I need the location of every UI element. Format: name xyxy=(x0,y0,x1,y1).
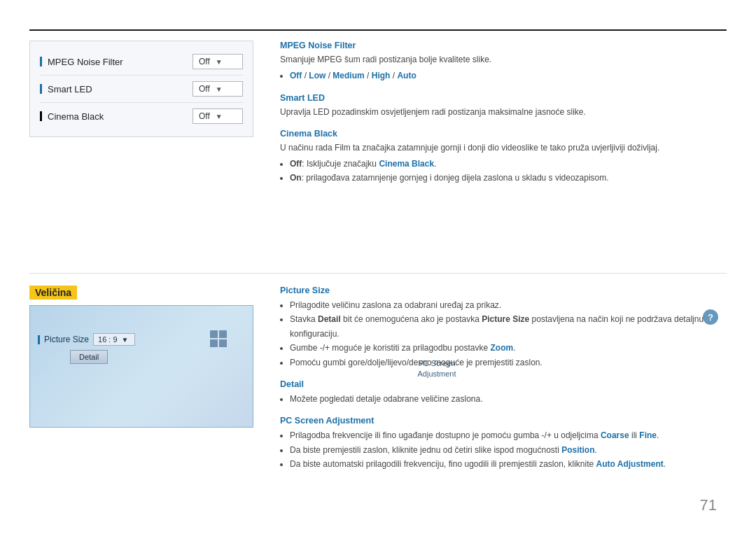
pc-screen-bullet-3: Da biste automatski prilagodili frekvenc… xyxy=(290,457,727,471)
picture-size-bold: Picture Size xyxy=(482,314,529,324)
picture-size-bullet-2: Stavka Detail bit će onemogućena ako je … xyxy=(290,312,727,341)
detail-bullets: Možete pogledati detalje odabrane veliči… xyxy=(290,392,727,406)
picture-size-bullet-3: Gumbe -/+ moguće je koristiti za prilago… xyxy=(290,341,727,355)
content-bottom-right: Picture Size Prilagodite veličinu zaslon… xyxy=(280,286,727,475)
auto-option: Auto xyxy=(397,71,416,80)
cinema-black-desc: U načinu rada Film ta značajka zatamnjuj… xyxy=(280,141,727,155)
auto-adjustment-link: Auto Adjustment xyxy=(596,459,664,469)
cinema-black-bullet-1: Off: Isključuje značajku Cinema Black. xyxy=(290,157,727,171)
mpeg-noise-filter-row: MPEG Noise Filter Off ▼ xyxy=(40,48,243,76)
mpeg-options-list: Off / Low / Medium / High / Auto xyxy=(290,69,727,83)
zoom-link: Zoom xyxy=(490,343,513,353)
pc-screen-bullet-1: Prilagodba frekvencije ili fino ugađanje… xyxy=(290,428,727,442)
content-top-right: MPEG Noise Filter Smanjuje MPEG šum radi… xyxy=(280,41,727,188)
on-label: On xyxy=(290,173,302,183)
position-link: Position xyxy=(561,445,594,455)
pc-screen-adjustment-title: PC Screen Adjustment xyxy=(280,416,727,426)
off-option: Off xyxy=(290,71,302,80)
picture-size-row: Picture Size 16 : 9 ▼ xyxy=(38,333,135,346)
picture-size-row-label: Picture Size xyxy=(38,335,89,344)
four-squares-icon xyxy=(210,330,227,347)
cinema-black-title: Cinema Black xyxy=(280,129,727,139)
dropdown-arrow-icon: ▼ xyxy=(216,58,223,66)
low-option: Low xyxy=(309,71,326,80)
top-rule-line xyxy=(29,29,727,31)
pc-screen-bullets: Prilagodba frekvencije ili fino ugađanje… xyxy=(290,428,727,471)
picture-size-bullet-1: Prilagodite veličinu zaslona za odabrani… xyxy=(290,298,727,312)
coarse-link: Coarse xyxy=(601,430,629,440)
mid-divider-line xyxy=(29,273,727,274)
sq1 xyxy=(210,330,218,338)
cinema-black-label: Cinema Black xyxy=(40,111,104,122)
cinema-black-bullet-2: On: prilagođava zatamnjenje gornjeg i do… xyxy=(290,171,727,185)
mpeg-noise-filter-desc: Smanjuje MPEG šum radi postizanja bolje … xyxy=(280,53,727,66)
smart-led-title: Smart LED xyxy=(280,93,727,103)
detail-title: Detail xyxy=(280,379,727,389)
mpeg-noise-filter-title: MPEG Noise Filter xyxy=(280,41,727,50)
mpeg-noise-filter-value: Off xyxy=(199,57,210,66)
smart-led-desc: Upravlja LED pozadinskim osvjetljenjem r… xyxy=(280,106,727,119)
pc-screen-bullet-2: Da biste premjestili zaslon, kliknite je… xyxy=(290,443,727,457)
off-label: Off xyxy=(290,159,302,169)
picture-size-dropdown[interactable]: 16 : 9 ▼ xyxy=(93,333,135,346)
mpeg-noise-filter-label: MPEG Noise Filter xyxy=(40,57,123,67)
cinema-black-link: Cinema Black xyxy=(379,159,434,169)
picture-size-bullet-4: Pomoću gumbi gore/dolje/lijevo/desno mog… xyxy=(290,356,727,370)
high-option: High xyxy=(372,71,391,80)
cinema-black-bullets: Off: Isključuje značajku Cinema Black. O… xyxy=(290,157,727,185)
picture-size-title: Picture Size xyxy=(280,286,727,295)
velicina-section-label: Veličina xyxy=(29,286,77,300)
page-number: 71 xyxy=(700,496,717,514)
cinema-black-dropdown[interactable]: Off ▼ xyxy=(192,108,243,124)
picture-size-bullets: Prilagodite veličinu zaslona za odabrani… xyxy=(290,298,727,370)
medium-option: Medium xyxy=(332,71,364,80)
cinema-black-value: Off xyxy=(199,111,210,121)
dropdown-arrow-icon: ▼ xyxy=(122,336,129,344)
settings-panel-top: MPEG Noise Filter Off ▼ Smart LED Off ▼ … xyxy=(29,41,253,137)
dropdown-arrow-icon: ▼ xyxy=(216,85,223,93)
cinema-black-row: Cinema Black Off ▼ xyxy=(40,103,243,129)
mpeg-noise-filter-dropdown[interactable]: Off ▼ xyxy=(192,54,243,69)
mpeg-options-item: Off / Low / Medium / High / Auto xyxy=(290,69,727,83)
smart-led-value: Off xyxy=(199,84,210,94)
smart-led-row: Smart LED Off ▼ xyxy=(40,76,243,103)
fine-link: Fine xyxy=(639,430,657,440)
detail-button[interactable]: Detail xyxy=(70,350,108,364)
smart-led-dropdown[interactable]: Off ▼ xyxy=(192,81,243,97)
smart-led-label: Smart LED xyxy=(40,84,92,94)
detail-bullet-1: Možete pogledati detalje odabrane veliči… xyxy=(290,392,727,406)
sq4 xyxy=(219,339,227,347)
sq2 xyxy=(219,330,227,338)
detail-bold: Detail xyxy=(318,314,341,324)
dropdown-arrow-icon: ▼ xyxy=(216,113,223,120)
picture-size-value: 16 : 9 xyxy=(98,335,118,344)
sq3 xyxy=(210,339,218,347)
